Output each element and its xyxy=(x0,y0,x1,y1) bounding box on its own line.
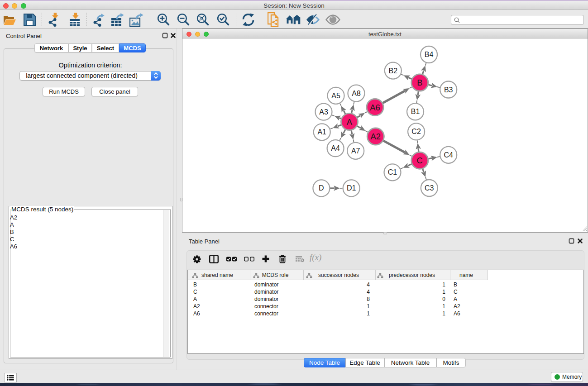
svg-text:A: A xyxy=(347,117,353,127)
svg-text:A2: A2 xyxy=(370,132,381,141)
svg-text:B3: B3 xyxy=(444,86,453,94)
svg-text:A7: A7 xyxy=(351,147,360,155)
svg-text:A3: A3 xyxy=(319,108,328,116)
svg-text:B1: B1 xyxy=(411,108,420,115)
svg-text:C: C xyxy=(417,156,423,165)
svg-text:A1: A1 xyxy=(317,128,326,136)
svg-text:C1: C1 xyxy=(388,168,397,176)
svg-text:A5: A5 xyxy=(331,92,340,100)
svg-text:B4: B4 xyxy=(425,51,434,58)
svg-text:A6: A6 xyxy=(370,103,380,112)
svg-text:A8: A8 xyxy=(352,90,361,97)
svg-text:D1: D1 xyxy=(347,184,356,192)
svg-text:C3: C3 xyxy=(425,184,434,192)
svg-text:C2: C2 xyxy=(411,128,421,135)
svg-text:B2: B2 xyxy=(389,67,398,75)
svg-text:D: D xyxy=(319,184,324,192)
svg-text:B: B xyxy=(417,78,422,87)
svg-text:C4: C4 xyxy=(444,151,453,159)
svg-text:A4: A4 xyxy=(331,144,340,152)
